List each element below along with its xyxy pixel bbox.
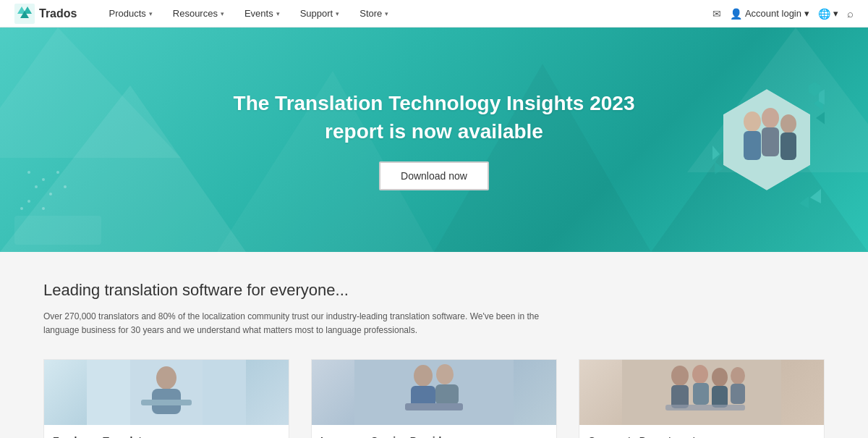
svg-rect-58 [731,384,745,404]
nav-item-events[interactable]: Events ▾ [234,0,290,28]
svg-point-14 [49,193,52,195]
search-icon: ⌕ [847,7,854,20]
nav-item-resources[interactable]: Resources ▾ [163,0,234,28]
svg-point-17 [20,207,23,210]
svg-rect-28 [780,132,796,160]
navbar-right-actions: ✉ 👤 Account login ▾ 🌐 ▾ ⌕ [712,7,854,20]
chevron-down-icon: ▾ [276,10,280,17]
svg-marker-36 [809,82,820,96]
svg-point-38 [156,366,176,389]
svg-rect-47 [435,384,459,405]
svg-marker-4 [0,85,246,252]
svg-marker-31 [810,189,821,203]
chevron-down-icon: ▾ [336,10,339,17]
svg-marker-33 [712,146,720,160]
envelope-icon: ✉ [712,8,721,20]
nav-item-products[interactable]: Products ▾ [98,0,162,28]
svg-point-51 [671,366,689,386]
card-title-corporate: Corporate Department [588,435,815,438]
chevron-down-icon: ▾ [221,10,224,17]
svg-rect-42 [203,360,246,425]
svg-point-24 [762,108,779,128]
svg-marker-34 [715,161,723,174]
hero-photo-collage [709,82,825,198]
hero-section: The Translation Technology Insights 2023… [0,28,868,252]
svg-point-54 [731,367,745,384]
card-lsp: Language Service Provider Desktop and se… [311,359,557,438]
chevron-down-icon: ▾ [833,8,838,19]
card-body-corporate: Corporate Department Empower localizatio… [579,425,824,438]
svg-point-23 [744,111,761,132]
logo-text: Trados [39,7,77,20]
account-login-button[interactable]: 👤 Account login ▾ [730,8,809,20]
chevron-down-icon: ▾ [385,10,388,17]
product-cards-row: Freelance Translator Translate faster, m… [43,359,825,438]
svg-rect-41 [87,360,130,425]
nav-item-store[interactable]: Store ▾ [349,0,399,28]
download-now-button[interactable]: Download now [379,161,489,190]
card-image-corporate [579,360,824,425]
svg-point-15 [27,200,30,203]
hero-title: The Translation Technology Insights 2023… [234,89,635,146]
card-title-lsp: Language Service Provider [320,435,548,438]
svg-point-52 [692,365,708,384]
svg-point-10 [27,171,30,174]
globe-icon: 🌐 [818,8,830,20]
svg-marker-32 [799,196,809,209]
card-image-freelance [44,360,289,425]
svg-point-44 [414,365,433,387]
card-body-freelance: Freelance Translator Translate faster, m… [44,425,289,438]
navbar: Trados Products ▾ Resources ▾ Events ▾ S… [0,0,868,28]
svg-rect-56 [693,383,709,405]
card-body-lsp: Language Service Provider Desktop and se… [312,425,556,438]
logo[interactable]: Trados [14,4,77,24]
svg-rect-57 [712,386,728,408]
user-icon: 👤 [730,8,742,20]
search-button[interactable]: ⌕ [847,7,854,20]
svg-point-18 [42,207,45,210]
svg-point-16 [64,185,67,188]
chevron-down-icon: ▾ [804,8,809,19]
svg-point-53 [712,368,728,387]
nav-item-support[interactable]: Support ▾ [290,0,350,28]
svg-marker-5 [0,28,181,158]
svg-point-11 [42,178,45,181]
card-corporate: Corporate Department Empower localizatio… [579,359,825,438]
svg-rect-19 [14,216,101,245]
trados-logo-icon [14,4,35,24]
svg-marker-30 [816,111,825,125]
svg-point-13 [35,185,38,188]
svg-rect-26 [744,131,761,160]
language-selector[interactable]: 🌐 ▾ [818,8,838,20]
section-description: Over 270,000 translators and 80% of the … [43,310,550,337]
card-title-freelance: Freelance Translator [53,435,280,438]
hero-content: The Translation Technology Insights 2023… [234,89,635,190]
section-heading: Leading translation software for everyon… [43,281,825,300]
svg-point-12 [56,171,59,174]
card-image-lsp [312,360,556,425]
card-freelance-translator: Freelance Translator Translate faster, m… [43,359,289,438]
main-section: Leading translation software for everyon… [0,252,868,438]
email-button[interactable]: ✉ [712,8,721,20]
svg-rect-59 [665,405,745,410]
svg-rect-48 [405,403,463,410]
chevron-down-icon: ▾ [149,10,153,17]
hex-collage-svg [709,82,825,212]
nav-menu: Products ▾ Resources ▾ Events ▾ Support … [98,0,712,28]
svg-rect-27 [762,127,779,156]
svg-point-25 [780,114,796,133]
svg-rect-40 [141,400,192,405]
svg-point-45 [436,364,454,384]
